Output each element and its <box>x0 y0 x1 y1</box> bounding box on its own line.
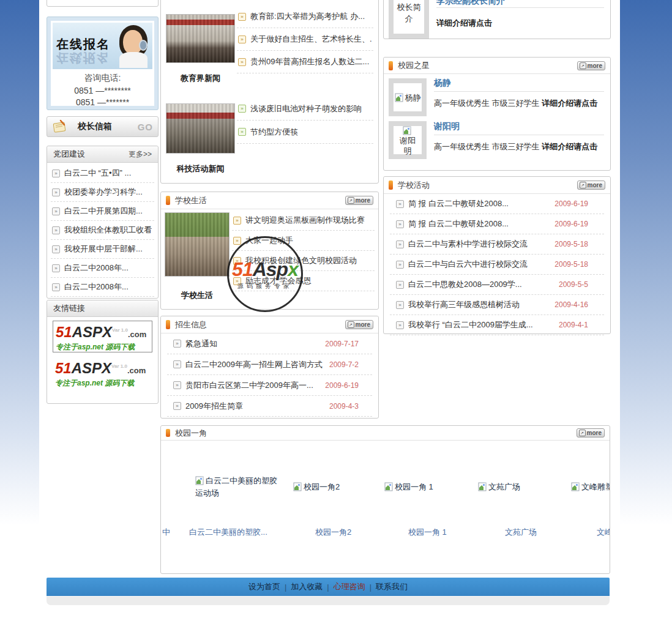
school-life-more-button[interactable]: ↗more <box>345 196 373 205</box>
date-label: 2009-4-16 <box>551 300 588 309</box>
table-row[interactable]: »白云二中与白云六中进行校际交流2009-5-18 <box>390 255 604 275</box>
edu-news-photo[interactable] <box>166 14 235 63</box>
aspx-banner-1[interactable]: 51ASPXVar 1.0.com 专注于asp.net 源码下载 <box>53 321 152 352</box>
star-photo-placeholder[interactable]: 谢阳明 <box>389 121 427 159</box>
principal-mailbox-bar[interactable]: 校长信箱 GO <box>47 116 159 137</box>
edu-news-caption[interactable]: 教育界新闻 <box>166 73 235 84</box>
table-row[interactable]: »贵阳市白云区第二中学2009年高一...2009-6-19 <box>167 375 372 396</box>
list-item[interactable]: »贵州09年普高招生报名人数达二... <box>237 51 373 73</box>
table-row[interactable]: »白云二中思教处2008—2009学...2009-5-5 <box>390 275 604 295</box>
arrow-bullet-icon: » <box>52 245 60 253</box>
mailbox-go-button[interactable]: GO <box>138 122 153 132</box>
aspx-watermark: 51Aspx 源码服务专家 <box>227 236 303 312</box>
star-detail-link[interactable]: 详细介绍请点击 <box>542 99 597 108</box>
sci-news-caption[interactable]: 科技活动新闻 <box>166 163 235 174</box>
orange-bar-icon <box>166 320 170 329</box>
date-label: 2009-7-17 <box>321 340 359 348</box>
table-row[interactable]: »简 报 白云二中教研处2008...2009-6-19 <box>390 214 604 234</box>
gallery-thumb-alt: 白云二中美丽的塑胶运动场 <box>195 476 277 497</box>
broken-image-icon <box>195 476 204 485</box>
arrow-bullet-icon: » <box>173 340 181 348</box>
footer-link-contact[interactable]: 联系我们 <box>376 581 408 592</box>
table-row[interactable]: »我校举行 “白云二中2009届学生成...2009-4-1 <box>390 315 604 335</box>
broken-image-icon <box>478 482 487 491</box>
campus-stars-title: 校园之星 <box>398 60 430 71</box>
arrow-bullet-icon: » <box>396 240 404 248</box>
party-building-more-link[interactable]: 更多>> <box>129 149 152 160</box>
footer-separator: | <box>327 583 329 592</box>
gallery-caption[interactable]: 文苑广场 <box>505 527 537 538</box>
mailbox-notepad-icon <box>52 119 68 134</box>
date-label: 2009-4-3 <box>326 402 359 411</box>
activities-more-button[interactable]: ↗more <box>577 181 605 190</box>
admission-info-title: 招生信息 <box>175 319 207 330</box>
list-item[interactable]: »校团委举办学习科学... <box>51 183 154 202</box>
list-item[interactable]: »白云二中 “五•四” ... <box>51 164 154 183</box>
table-row[interactable]: »白云二中2009年高一招生网上咨询方式2009-7-2 <box>167 354 372 375</box>
gallery-thumb[interactable]: 文峰雕塑 <box>571 481 610 493</box>
campus-corner-more-button[interactable]: ↗more <box>577 428 605 437</box>
star-photo-placeholder[interactable]: 杨静 <box>389 78 427 116</box>
banner-tagline: 专注于asp.net 源码下载 <box>55 379 150 387</box>
list-item[interactable]: »讲文明迎奥运黑板画制作现场比赛 <box>232 210 375 231</box>
list-item[interactable]: »我校开展中层干部解... <box>51 240 154 259</box>
principal-photo-placeholder[interactable]: 宗经副校长简介 <box>389 0 429 39</box>
footer-link-set-home[interactable]: 设为首页 <box>248 581 280 592</box>
gallery-thumb-alt: 文苑广场 <box>488 482 520 491</box>
table-row[interactable]: »2009年招生简章2009-4-3 <box>167 396 372 417</box>
footer-bar: 设为首页 | 加入收藏 | 心理咨询 | 联系我们 <box>47 578 610 596</box>
date-label: 2009-5-18 <box>551 240 588 248</box>
gallery-thumb[interactable]: 校园一角2 <box>293 481 340 493</box>
online-signup-banner[interactable]: 在线报名 在线报名 <box>53 23 152 69</box>
star-name-link[interactable]: 杨静 <box>434 78 451 89</box>
school-life-caption[interactable]: 学校生活 <box>165 290 230 301</box>
gallery-caption[interactable]: 校园一角 1 <box>408 527 447 538</box>
gallery-caption[interactable]: 白云二中美丽的塑胶... <box>189 527 267 538</box>
list-item[interactable]: »白云二中2008年... <box>51 259 154 278</box>
arrow-bullet-icon: » <box>238 105 246 113</box>
footer-link-add-favorite[interactable]: 加入收藏 <box>291 581 323 592</box>
divider <box>436 7 604 8</box>
list-item[interactable]: »节约型方便筷 <box>237 121 373 144</box>
broken-image-icon <box>384 482 394 491</box>
banner-aspx: ASPX <box>72 360 111 376</box>
campus-stars-more-button[interactable]: ↗more <box>577 61 605 70</box>
orange-bar-icon <box>166 196 170 205</box>
arrow-bullet-icon: » <box>396 321 404 329</box>
table-row[interactable]: »简 报 白云二中教研处2008...2009-6-19 <box>390 194 604 214</box>
party-building-title: 党团建设 <box>53 149 85 160</box>
date-label: 2009-6-19 <box>321 381 359 390</box>
gallery-caption-lead[interactable]: 中 <box>162 527 170 538</box>
sci-news-photo[interactable] <box>166 103 235 154</box>
arrow-bullet-icon: » <box>396 220 404 228</box>
list-item[interactable]: »白云二中开展第四期... <box>51 202 154 221</box>
table-row[interactable]: »紧急通知2009-7-17 <box>167 333 372 354</box>
list-item[interactable]: »我校组织全体教职工收看 <box>51 221 154 240</box>
list-item[interactable]: »关于做好自主招生、艺术特长生、... <box>237 28 373 51</box>
arrow-bullet-icon: » <box>396 281 404 289</box>
gallery-thumb[interactable]: 文苑广场 <box>478 481 520 493</box>
star-description: 高一年级优秀生 市级三好学生 详细介绍请点击 <box>434 141 597 152</box>
aspx-banner-2[interactable]: 51ASPXVar 1.0.com 专注于asp.net 源码下载 <box>53 357 152 389</box>
footer-separator: | <box>285 583 286 592</box>
table-row[interactable]: »我校举行高三年级感恩植树活动2009-4-16 <box>390 295 604 315</box>
list-item[interactable]: »白云二中2008年... <box>51 278 154 297</box>
campus-stars-header: 校园之星 ↗more <box>384 58 610 74</box>
gallery-thumb[interactable]: 校园一角 1 <box>384 481 433 493</box>
admission-more-button[interactable]: ↗more <box>345 320 373 329</box>
list-item[interactable]: »教育部:四大举措为高考护航 办... <box>237 6 373 28</box>
gallery-caption[interactable]: 文峰雕塑 <box>597 527 610 538</box>
star-name-link[interactable]: 谢阳明 <box>434 121 460 132</box>
principal-title-link[interactable]: 李宗经副校长简介 <box>436 0 505 7</box>
gallery-thumb[interactable]: 白云二中美丽的塑胶运动场 <box>195 475 281 499</box>
principal-detail-link[interactable]: 详细介绍请点击 <box>436 18 492 29</box>
list-item[interactable]: »浅谈废旧电池对种子萌发的影响 <box>237 97 373 121</box>
footer-link-counseling[interactable]: 心理咨询 <box>334 581 365 592</box>
footer-strip <box>47 596 610 605</box>
table-row[interactable]: »白云二中与素朴中学进行校际交流2009-5-18 <box>390 234 604 255</box>
date-label: 2009-7-2 <box>326 360 359 369</box>
star-detail-link[interactable]: 详细介绍请点击 <box>542 142 597 151</box>
gallery-caption[interactable]: 校园一角2 <box>315 527 351 538</box>
school-life-photo[interactable] <box>165 212 230 277</box>
divider <box>434 135 604 135</box>
